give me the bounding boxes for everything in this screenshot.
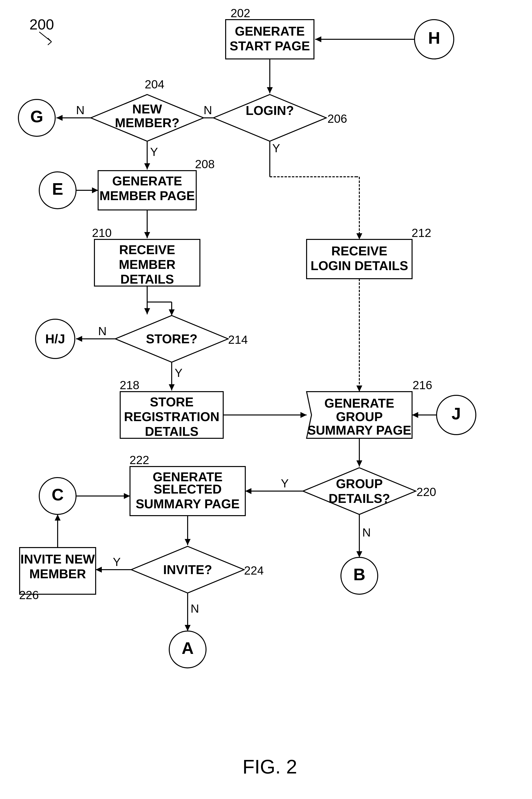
- ref-220: 220: [417, 486, 436, 498]
- recv-member-label2: MEMBER: [119, 257, 175, 272]
- ref-216: 216: [413, 379, 432, 392]
- invite-new-label: INVITE NEW: [20, 552, 95, 566]
- recv-login-label2: LOGIN DETAILS: [310, 258, 408, 273]
- group-details-label2: DETAILS?: [329, 491, 390, 506]
- ref-226: 226: [19, 588, 39, 602]
- new-member-label: NEW: [132, 102, 162, 116]
- ref-204: 204: [145, 78, 164, 91]
- gen-selected-label2: SELECTED: [154, 482, 222, 496]
- store-n-label: N: [98, 325, 107, 338]
- generate-start-page-label2: START PAGE: [230, 39, 310, 53]
- group-details-label: GROUP: [336, 477, 383, 491]
- ref-222: 222: [130, 454, 149, 467]
- fig-label: FIG. 2: [243, 756, 297, 778]
- login-label: LOGIN?: [246, 103, 294, 117]
- figure-ref: 200: [30, 16, 54, 33]
- recv-member-label: RECEIVE: [119, 242, 175, 257]
- circle-b-label: B: [353, 565, 365, 584]
- new-member-n-label: N: [76, 104, 84, 116]
- invite-label: INVITE?: [163, 563, 212, 577]
- circle-hj-label: H/J: [45, 332, 65, 346]
- circle-a-label: A: [182, 639, 193, 657]
- store-label: STORE?: [146, 332, 197, 346]
- circle-e-label: E: [52, 180, 63, 198]
- circle-g-label: G: [31, 107, 43, 126]
- ref-218: 218: [120, 379, 139, 392]
- gen-group-label: GENERATE: [324, 396, 394, 410]
- invite-new-label2: MEMBER: [29, 567, 86, 581]
- gen-member-label2: MEMBER PAGE: [99, 188, 195, 203]
- new-member-label2: MEMBER?: [115, 116, 179, 130]
- ref-224: 224: [244, 564, 264, 577]
- store-y-label: Y: [175, 366, 183, 379]
- invite-y-label: Y: [113, 556, 121, 568]
- login-y-label: Y: [272, 142, 280, 155]
- ref-210: 210: [92, 226, 112, 239]
- gen-group-label2: GROUP: [336, 410, 383, 424]
- invite-n-label: N: [191, 602, 199, 615]
- ref-212: 212: [412, 226, 431, 239]
- store-reg-label3: DETAILS: [145, 424, 199, 438]
- ref-206: 206: [327, 112, 347, 125]
- ref-208: 208: [195, 158, 215, 171]
- circle-c-label: C: [52, 485, 63, 504]
- login-n-label: N: [204, 104, 212, 116]
- flowchart-diagram: 200 GENERATE START PAGE 202 H LOGIN? 206…: [0, 0, 532, 799]
- circle-h-label: H: [428, 29, 440, 47]
- generate-start-page-label: GENERATE: [235, 24, 305, 38]
- store-reg-label2: REGISTRATION: [124, 410, 219, 424]
- store-reg-label: STORE: [150, 395, 193, 409]
- recv-member-label3: DETAILS: [120, 272, 174, 286]
- recv-login-label: RECEIVE: [331, 244, 387, 258]
- group-details-y-label: Y: [281, 477, 289, 490]
- gen-group-label3: SUMMARY PAGE: [307, 423, 411, 437]
- new-member-y-label: Y: [150, 145, 158, 158]
- group-details-n-label: N: [362, 526, 371, 539]
- ref-214: 214: [228, 333, 248, 346]
- gen-selected-label3: SUMMARY PAGE: [136, 497, 240, 511]
- gen-member-label: GENERATE: [112, 174, 182, 188]
- circle-j-label: J: [452, 404, 461, 423]
- ref-202: 202: [231, 7, 250, 20]
